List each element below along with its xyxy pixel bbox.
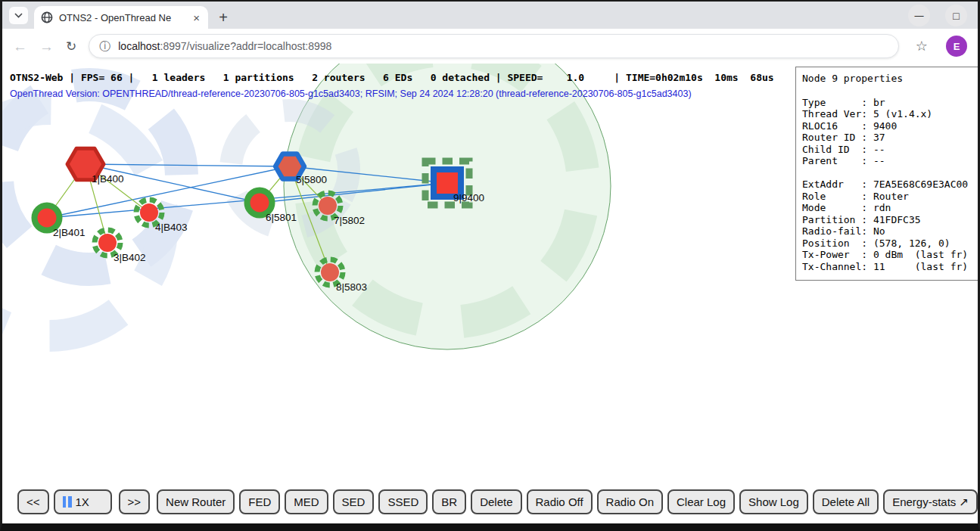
browser-tab[interactable]: OTNS2 - OpenThread Ne × [34,6,208,29]
energy-stats-button[interactable]: Energy-stats ↗ [883,489,978,514]
properties-title: Node 9 properties [802,73,972,85]
bookmark-star-icon[interactable]: ☆ [916,38,928,54]
url-path: :8997/visualize?addr=localhost:8998 [160,40,332,52]
back-icon[interactable]: ← [13,39,27,54]
chevron-down-icon [14,13,23,18]
node-2[interactable] [38,209,57,228]
tab-title: OTNS2 - OpenThread Ne [59,12,185,23]
node-label: 3|B402 [114,252,146,263]
tab-strip: OTNS2 - OpenThread Ne × + — □ [2,2,978,29]
minimize-button[interactable]: — [908,5,930,26]
show-log-button[interactable]: Show Log [739,489,808,514]
maximize-button[interactable]: □ [945,5,967,26]
tab-search-button[interactable] [9,7,28,24]
node-9[interactable] [437,172,458,194]
node-label: 7|5802 [334,215,365,226]
control-bar: << 1X >> New Router FED MED SED SSED BR … [17,489,978,514]
fed-button[interactable]: FED [239,489,280,514]
tab-close-icon[interactable]: × [191,12,201,23]
profile-avatar[interactable]: E [946,36,967,57]
node-label: 8|5803 [336,281,367,293]
forward-icon[interactable]: → [39,39,54,54]
site-info-icon[interactable]: ⓘ [99,39,110,54]
node-8[interactable] [321,263,339,281]
speed-label: 1X [76,495,89,508]
status-bar: OTNS2-Web | FPS= 66 | 1 leaders 1 partit… [10,72,774,83]
ssed-button[interactable]: SSED [378,489,428,514]
delete-all-button[interactable]: Delete All [813,489,879,514]
pause-icon [63,496,72,508]
sed-button[interactable]: SED [333,489,375,514]
speed-down-button[interactable]: << [17,489,49,514]
globe-favicon-icon [41,11,53,23]
radio-off-button[interactable]: Radio Off [527,489,593,514]
node-label: 1|B400 [92,173,124,185]
node-label: 9|9400 [453,192,484,203]
node-properties-panel: Node 9 properties Type : br Thread Ver: … [795,67,978,281]
url-text[interactable]: localhost:8997/visualize?addr=localhost:… [118,40,331,52]
node-label: 6|5801 [266,212,297,223]
window-controls: — □ [908,5,967,26]
node-6[interactable] [250,194,269,213]
node-label: 5|5800 [296,174,327,185]
node-4[interactable] [140,203,158,222]
radio-on-button[interactable]: Radio On [597,489,663,514]
speed-up-button[interactable]: >> [119,489,151,514]
url-host: localhost [118,40,160,52]
delete-button[interactable]: Delete [471,489,521,514]
properties-body: Type : br Thread Ver: 5 (v1.4.x) RLOC16 … [802,97,972,273]
node-label: 4|B403 [155,222,188,233]
clear-log-button[interactable]: Clear Log [667,489,735,514]
address-bar[interactable]: ⓘ localhost:8997/visualize?addr=localhos… [89,34,899,58]
simulator-page: 1|B400 2|B401 3|B402 4|B403 5|5800 6|580… [2,64,978,523]
browser-toolbar: ← → ↻ ⓘ localhost:8997/visualize?addr=lo… [2,29,978,64]
version-line: OpenThread Version: OPENTHREAD/thread-re… [10,88,692,99]
med-button[interactable]: MED [285,489,328,514]
new-tab-button[interactable]: + [213,7,234,28]
node-label: 2|B401 [53,227,86,238]
node-3[interactable] [98,234,117,252]
browser-window: OTNS2 - OpenThread Ne × + — □ ← → ↻ ⓘ lo… [0,0,980,531]
reload-icon[interactable]: ↻ [66,40,76,53]
new-router-button[interactable]: New Router [157,489,235,514]
node-7[interactable] [319,197,337,215]
br-button[interactable]: BR [432,489,466,514]
speed-button[interactable]: 1X [54,489,112,514]
